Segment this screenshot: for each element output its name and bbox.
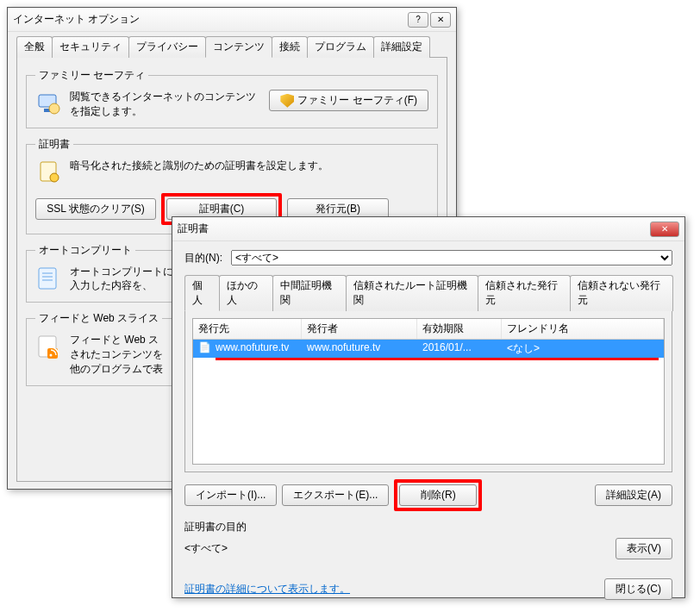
import-button[interactable]: インポート(I)...: [184, 484, 277, 506]
col-friendly-name[interactable]: フレンドリ名: [502, 319, 664, 339]
tab-trusted-publishers[interactable]: 信頼された発行元: [478, 275, 572, 311]
tab-trusted-root-ca[interactable]: 信頼されたルート証明機関: [346, 275, 478, 311]
highlight-row-underline: [216, 358, 659, 360]
tab-advanced[interactable]: 詳細設定: [373, 36, 430, 58]
cert-row-exp: 2016/01/...: [417, 340, 502, 358]
cert-row-issued-to: www.nofuture.tv: [210, 340, 302, 358]
family-safety-button-label: ファミリー セーフティ(F): [297, 94, 417, 106]
cert-row-fname: <なし>: [502, 340, 664, 358]
cert-listbox[interactable]: 発行先 発行者 有効期限 フレンドリ名 📄 www.nofuture.tv ww…: [192, 318, 665, 465]
tab-programs[interactable]: プログラム: [307, 36, 374, 58]
internet-options-tabstrip: 全般 セキュリティ プライバシー コンテンツ 接続 プログラム 詳細設定: [16, 35, 447, 58]
certificates-title: 証明書: [178, 222, 648, 236]
purpose-select[interactable]: <すべて>: [231, 250, 672, 265]
feeds-legend: フィードと Web スライス: [35, 311, 162, 326]
autocomplete-legend: オートコンプリート: [35, 243, 135, 258]
cert-panel: 発行先 発行者 有効期限 フレンドリ名 📄 www.nofuture.tv ww…: [184, 311, 672, 472]
tab-untrusted-publishers[interactable]: 信頼されない発行元: [570, 275, 673, 311]
tab-intermediate-ca[interactable]: 中間証明機関: [272, 275, 347, 311]
autocomplete-icon: [35, 265, 63, 292]
certificates-legend: 証明書: [35, 137, 73, 152]
help-button[interactable]: ?: [408, 12, 428, 28]
svg-point-2: [49, 103, 59, 114]
certificates-titlebar: 証明書 ✕: [172, 217, 684, 241]
cert-row-selected[interactable]: 📄 www.nofuture.tv www.nofuture.tv 2016/0…: [193, 340, 664, 358]
shield-icon: [280, 94, 294, 108]
tab-security[interactable]: セキュリティ: [52, 36, 129, 58]
svg-point-11: [50, 354, 53, 357]
close-dialog-button[interactable]: 閉じる(C): [604, 578, 672, 600]
certificate-icon: [35, 159, 63, 186]
family-safety-desc: 閲覧できるインターネットのコンテンツを指定します。: [70, 90, 262, 119]
internet-options-title: インターネット オプション: [13, 12, 406, 27]
highlight-remove: 削除(R): [394, 479, 482, 511]
tab-general[interactable]: 全般: [16, 36, 53, 58]
tab-content[interactable]: コンテンツ: [205, 36, 272, 58]
family-safety-icon: [35, 90, 63, 117]
feeds-icon: [35, 333, 63, 360]
family-safety-legend: ファミリー セーフティ: [35, 68, 148, 83]
family-safety-button[interactable]: ファミリー セーフティ(F): [269, 90, 428, 111]
advanced-button[interactable]: 詳細設定(A): [595, 484, 672, 506]
cert-row-issuer: www.nofuture.tv: [302, 340, 417, 358]
close-button[interactable]: ✕: [430, 12, 451, 28]
tab-privacy[interactable]: プライバシー: [128, 36, 206, 58]
certificates-body: 目的(N): <すべて> 個人 ほかの人 中間証明機関 信頼されたルート証明機関…: [172, 241, 684, 609]
family-safety-group: ファミリー セーフティ 閲覧できるインターネットのコンテンツを指定します。 ファ…: [26, 68, 438, 128]
clear-ssl-button[interactable]: SSL 状態のクリア(S): [35, 198, 156, 220]
view-button[interactable]: 表示(V): [616, 538, 672, 559]
export-button[interactable]: エクスポート(E)...: [282, 484, 389, 506]
col-issuer[interactable]: 発行者: [302, 319, 417, 339]
internet-options-titlebar: インターネット オプション ? ✕: [8, 8, 456, 32]
tab-connections[interactable]: 接続: [272, 36, 308, 58]
cert-list-header: 発行先 発行者 有効期限 フレンドリ名: [193, 319, 664, 340]
cert-row-icon: 📄: [193, 340, 210, 358]
cert-purpose-section-label: 証明書の目的: [184, 520, 672, 534]
close-button[interactable]: ✕: [650, 222, 679, 237]
certificates-desc: 暗号化された接続と識別のための証明書を設定します。: [70, 159, 428, 173]
col-expiration[interactable]: 有効期限: [417, 319, 502, 339]
svg-rect-5: [39, 268, 56, 289]
cert-tabstrip: 個人 ほかの人 中間証明機関 信頼されたルート証明機関 信頼された発行元 信頼さ…: [184, 274, 672, 311]
col-issued-to[interactable]: 発行先: [193, 319, 302, 339]
tab-personal[interactable]: 個人: [184, 275, 220, 311]
cert-purpose-all: <すべて>: [184, 541, 228, 556]
remove-button[interactable]: 削除(R): [399, 484, 477, 506]
svg-point-4: [50, 173, 59, 182]
purpose-label: 目的(N):: [184, 251, 222, 265]
certificates-dialog: 証明書 ✕ 目的(N): <すべて> 個人 ほかの人 中間証明機関 信頼されたル…: [172, 216, 685, 598]
tab-other-people[interactable]: ほかの人: [219, 275, 273, 311]
learn-more-link[interactable]: 証明書の詳細について表示します。: [184, 582, 350, 596]
